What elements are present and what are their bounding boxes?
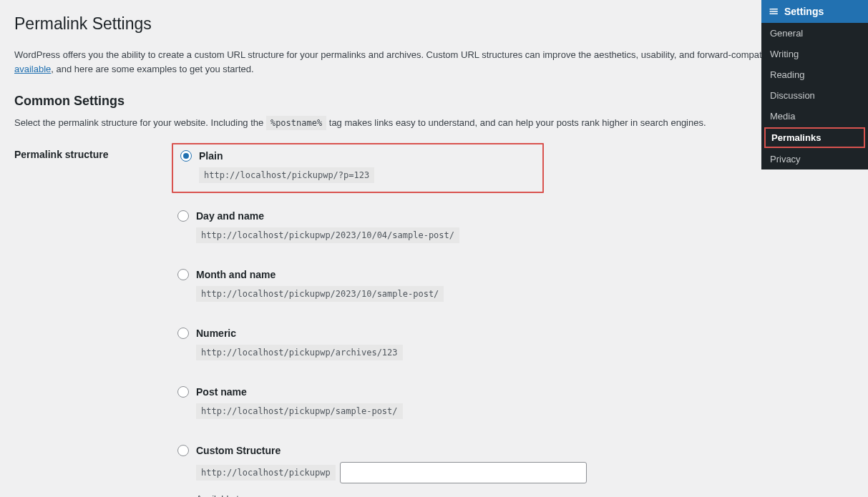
option-custom-head: Custom Structure: [173, 445, 847, 456]
svg-rect-1: [770, 11, 771, 12]
example-day-name: http://localhost/pickupwp/2023/10/04/sam…: [196, 227, 459, 243]
custom-structure-input[interactable]: [340, 462, 587, 483]
radio-custom[interactable]: [177, 445, 189, 456]
option-custom[interactable]: Custom Structure http://localhost/pickup…: [172, 441, 854, 497]
radio-month-name[interactable]: [177, 269, 189, 280]
sidebar-item-general[interactable]: General: [761, 23, 868, 44]
row-label: Permalink structure: [14, 143, 172, 497]
settings-icon: [769, 6, 780, 17]
sidebar-item-privacy[interactable]: Privacy: [761, 149, 868, 169]
radio-numeric[interactable]: [177, 328, 189, 339]
label-numeric: Numeric: [196, 328, 236, 339]
common-settings-title: Common Settings: [14, 94, 854, 109]
label-plain: Plain: [199, 150, 223, 162]
option-day-head: Day and name: [173, 210, 847, 222]
intro-part1: WordPress offers you the ability to crea…: [14, 49, 769, 60]
radio-post-name[interactable]: [177, 386, 189, 398]
sidebar-item-media[interactable]: Media: [761, 106, 868, 127]
option-day-name[interactable]: Day and name http://localhost/pickupwp/2…: [172, 206, 854, 247]
sidebar-item-permalinks[interactable]: Permalinks: [764, 127, 865, 148]
custom-structure-row: http://localhost/pickupwp: [196, 462, 847, 483]
option-month-head: Month and name: [173, 269, 847, 280]
custom-prefix: http://localhost/pickupwp: [196, 465, 336, 481]
main-content: Permalink Settings WordPress offers you …: [0, 0, 868, 497]
postname-tag-code: %postname%: [266, 116, 326, 130]
label-day-name: Day and name: [196, 210, 264, 222]
available-tags-label: Available tags:: [196, 493, 847, 497]
sidebar-header-label: Settings: [784, 6, 824, 17]
label-month-name: Month and name: [196, 269, 275, 280]
svg-rect-0: [770, 9, 771, 10]
option-plain-head: Plain: [176, 150, 535, 162]
intro-part2: , and here are some examples to get you …: [51, 64, 253, 74]
common-settings-desc: Select the permalink structure for your …: [14, 116, 854, 130]
sidebar-item-writing[interactable]: Writing: [761, 44, 868, 64]
option-numeric[interactable]: Numeric http://localhost/pickupwp/archiv…: [172, 323, 854, 365]
option-postname-head: Post name: [173, 386, 847, 398]
svg-rect-2: [770, 13, 771, 14]
example-plain: http://localhost/pickupwp/?p=123: [199, 167, 374, 183]
desc-part1: Select the permalink structure for your …: [14, 117, 266, 128]
label-custom: Custom Structure: [196, 445, 281, 456]
permalink-structure-row: Permalink structure Plain http://localho…: [14, 143, 854, 497]
desc-part2: tag makes links easy to understand, and …: [326, 117, 706, 128]
option-month-name[interactable]: Month and name http://localhost/pickupwp…: [172, 265, 854, 306]
example-numeric: http://localhost/pickupwp/archives/123: [196, 345, 403, 360]
option-post-name[interactable]: Post name http://localhost/pickupwp/samp…: [172, 382, 854, 423]
label-post-name: Post name: [196, 386, 247, 398]
option-plain[interactable]: Plain http://localhost/pickupwp/?p=123: [172, 143, 544, 193]
options-group: Plain http://localhost/pickupwp/?p=123 D…: [172, 143, 854, 497]
page-title: Permalink Settings: [14, 7, 854, 38]
sidebar-item-discussion[interactable]: Discussion: [761, 85, 868, 106]
example-month-name: http://localhost/pickupwp/2023/10/sample…: [196, 286, 444, 302]
sidebar-header[interactable]: Settings: [761, 0, 868, 23]
intro-text: WordPress offers you the ability to crea…: [14, 48, 854, 77]
radio-plain[interactable]: [180, 150, 192, 162]
settings-sidebar: Settings General Writing Reading Discuss…: [761, 0, 868, 169]
option-numeric-head: Numeric: [173, 328, 847, 339]
sidebar-item-reading[interactable]: Reading: [761, 64, 868, 85]
example-post-name: http://localhost/pickupwp/sample-post/: [196, 403, 403, 419]
radio-day-name[interactable]: [177, 210, 189, 222]
